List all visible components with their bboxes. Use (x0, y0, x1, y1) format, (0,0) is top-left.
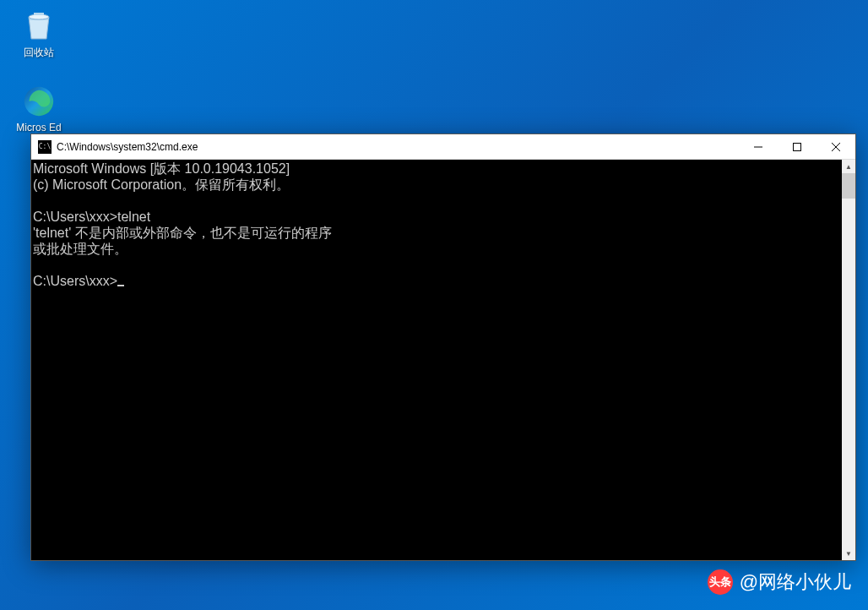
recycle-bin-icon (20, 7, 57, 44)
watermark: 头条 @网络小伙儿 (708, 569, 851, 595)
scroll-up-icon[interactable]: ▲ (842, 160, 855, 173)
terminal-output[interactable]: Microsoft Windows [版本 10.0.19043.1052] (… (31, 160, 855, 560)
cmd-window: C:\ C:\Windows\system32\cmd.exe Microsof… (30, 133, 856, 561)
maximize-button[interactable] (778, 134, 816, 160)
svg-rect-1 (34, 13, 44, 15)
cursor (117, 285, 124, 286)
maximize-icon (793, 143, 801, 151)
close-button[interactable] (816, 134, 855, 160)
titlebar[interactable]: C:\ C:\Windows\system32\cmd.exe (31, 134, 855, 160)
desktop-icon-edge[interactable]: Micros Ed (8, 83, 69, 133)
scrollbar[interactable]: ▲ ▼ (842, 160, 855, 560)
close-icon (832, 143, 840, 151)
svg-rect-4 (794, 143, 801, 150)
cmd-icon: C:\ (38, 140, 52, 154)
scroll-thumb[interactable] (842, 173, 855, 199)
watermark-logo: 头条 (708, 569, 733, 595)
edge-icon (20, 83, 57, 120)
terminal-line: C:\Users\xxx>telnet (33, 210, 150, 224)
scroll-track[interactable] (842, 173, 855, 547)
minimize-button[interactable] (739, 134, 778, 160)
terminal-line: 或批处理文件。 (33, 242, 127, 256)
terminal-prompt: C:\Users\xxx> (33, 274, 117, 288)
minimize-icon (754, 143, 762, 151)
window-title: C:\Windows\system32\cmd.exe (57, 141, 739, 153)
terminal-line: 'telnet' 不是内部或外部命令，也不是可运行的程序 (33, 226, 332, 240)
scroll-down-icon[interactable]: ▼ (842, 547, 855, 560)
desktop-icon-label: 回收站 (8, 46, 69, 60)
watermark-label: @网络小伙儿 (740, 569, 851, 595)
desktop-icon-label: Micros Ed (8, 122, 69, 133)
terminal-line: (c) Microsoft Corporation。保留所有权利。 (33, 177, 290, 192)
desktop-icon-recycle-bin[interactable]: 回收站 (8, 7, 69, 60)
terminal-line: Microsoft Windows [版本 10.0.19043.1052] (33, 161, 290, 176)
